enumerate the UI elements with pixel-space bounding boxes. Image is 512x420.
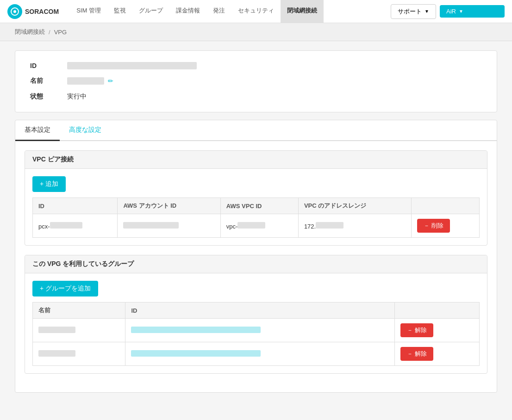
status-row: 状態 実行中 — [30, 93, 482, 101]
vpc-row-id: pcx- — [33, 214, 118, 238]
group-row-id-1 — [125, 319, 395, 342]
nav-sim[interactable]: SIM 管理 — [70, 0, 107, 23]
breadcrumb: 閉域網接続 / VPG — [0, 23, 512, 41]
vpc-panel-body: + 追加 ID AWS アカウント ID AWS VPC ID VPC のアドレ… — [25, 169, 487, 245]
vpc-row-action: － 削除 — [412, 214, 480, 238]
vpc-col-aws-account: AWS アカウント ID — [118, 198, 220, 214]
group-row-action-1: － 解除 — [395, 319, 480, 342]
tab-advanced[interactable]: 高度な設定 — [60, 120, 111, 141]
vpc-panel: VPC ピア接続 + 追加 ID AWS アカウント ID AWS VPC ID… — [25, 150, 487, 246]
edit-icon[interactable]: ✏ — [108, 77, 113, 85]
nav-monitor[interactable]: 監視 — [107, 0, 132, 23]
detail-section: ID 名前 ✏ 状態 実行中 — [15, 50, 497, 112]
chevron-down-icon: ▼ — [459, 9, 463, 14]
vpc-add-button[interactable]: + 追加 — [32, 176, 66, 192]
vpc-delete-button[interactable]: － 削除 — [417, 219, 450, 233]
groups-panel-title: この VPG を利用しているグループ — [25, 255, 487, 273]
chevron-down-icon: ▼ — [425, 9, 429, 14]
name-label: 名前 — [30, 77, 67, 85]
id-label: ID — [30, 62, 67, 69]
groups-panel-body: + グループを追加 名前 ID — [25, 273, 487, 373]
logo[interactable]: SORACOM — [7, 4, 59, 19]
table-row: － 解除 — [33, 319, 480, 342]
groups-col-actions — [395, 303, 480, 319]
vpc-row-aws-account — [118, 214, 220, 238]
breadcrumb-separator: / — [49, 29, 50, 36]
nav-billing[interactable]: 課金情報 — [169, 0, 206, 23]
breadcrumb-parent[interactable]: 閉域網接続 — [15, 28, 45, 36]
group-remove-button-2[interactable]: － 解除 — [400, 347, 433, 361]
id-value — [67, 62, 197, 69]
breadcrumb-current: VPG — [54, 29, 67, 36]
vpc-col-id: ID — [33, 198, 118, 214]
header: SORACOM SIM 管理 監視 グループ 課金情報 発注 セキュリティ 閉域… — [0, 0, 512, 23]
group-remove-button-1[interactable]: － 解除 — [400, 323, 433, 337]
user-button[interactable]: AiR ▼ — [440, 5, 505, 18]
groups-col-id: ID — [125, 303, 395, 319]
add-group-button[interactable]: + グループを追加 — [32, 281, 98, 296]
groups-col-name: 名前 — [33, 303, 125, 319]
status-value: 実行中 — [67, 93, 87, 101]
support-button[interactable]: サポート ▼ — [391, 4, 436, 19]
status-label: 状態 — [30, 93, 67, 101]
group-row-name-2 — [33, 342, 125, 366]
vpc-col-address-range: VPC のアドレスレンジ — [298, 198, 411, 214]
vpc-row-address-range: 172. — [298, 214, 411, 238]
vpc-col-aws-vpc: AWS VPC ID — [220, 198, 298, 214]
header-right: サポート ▼ AiR ▼ — [391, 4, 505, 19]
vpc-row-aws-vpc: vpc- — [220, 214, 298, 238]
nav-order[interactable]: 発注 — [206, 0, 231, 23]
logo-icon — [7, 4, 22, 19]
tab-basic[interactable]: 基本設定 — [15, 120, 60, 141]
nav-group[interactable]: グループ — [132, 0, 169, 23]
name-value — [67, 77, 104, 85]
logo-text: SORACOM — [25, 8, 59, 15]
groups-panel: この VPG を利用しているグループ + グループを追加 名前 ID — [25, 255, 487, 374]
group-row-name-1 — [33, 319, 125, 342]
tabs-nav: 基本設定 高度な設定 — [15, 120, 497, 141]
table-row: － 解除 — [33, 342, 480, 366]
groups-table: 名前 ID — [32, 302, 480, 366]
main-content: ID 名前 ✏ 状態 実行中 基本設定 高度な設定 VPC ピア接続 + 追加 — [0, 41, 512, 402]
id-row: ID — [30, 62, 482, 69]
vpc-panel-title: VPC ピア接続 — [25, 151, 487, 169]
group-row-action-2: － 解除 — [395, 342, 480, 366]
tabs-content: VPC ピア接続 + 追加 ID AWS アカウント ID AWS VPC ID… — [15, 141, 497, 392]
svg-point-1 — [13, 10, 16, 13]
main-nav: SIM 管理 監視 グループ 課金情報 発注 セキュリティ 閉域網接続 — [70, 0, 391, 23]
nav-security[interactable]: セキュリティ — [231, 0, 281, 23]
vpc-col-actions — [412, 198, 480, 214]
tabs-container: 基本設定 高度な設定 VPC ピア接続 + 追加 ID AWS アカウント ID… — [15, 120, 497, 393]
name-row: 名前 ✏ — [30, 77, 482, 85]
vpc-table: ID AWS アカウント ID AWS VPC ID VPC のアドレスレンジ … — [32, 198, 480, 238]
nav-closed-network[interactable]: 閉域網接続 — [281, 0, 324, 23]
group-row-id-2 — [125, 342, 395, 366]
table-row: pcx- vpc- 172. — [33, 214, 480, 238]
